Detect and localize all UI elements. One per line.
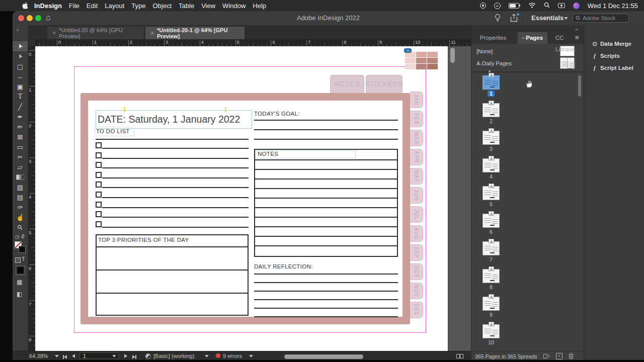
rectangle-frame-tool[interactable]: ⊠ xyxy=(13,132,28,142)
menu-edit[interactable]: Edit xyxy=(87,2,98,10)
menu-view[interactable]: View xyxy=(201,2,215,10)
battery-icon[interactable] xyxy=(509,3,520,9)
page-number-7[interactable]: 7 xyxy=(482,256,500,262)
apple-icon[interactable] xyxy=(22,2,28,11)
page-thumbnail-2[interactable]: A xyxy=(482,103,500,117)
view-options-icon[interactable]: ▦ xyxy=(17,279,22,286)
panel-tab-pages[interactable]: ◦ Pages xyxy=(518,32,547,44)
zoom-level[interactable]: 64.38% xyxy=(29,353,48,359)
page-number-3[interactable]: 3 xyxy=(482,146,500,152)
page-number-8[interactable]: 8 xyxy=(482,284,500,290)
collapse-tools-icon[interactable]: » xyxy=(16,27,19,33)
workspace-switcher[interactable]: Essentials xyxy=(531,11,564,25)
date-text-frame[interactable]: DATE: Saturday, 1 January 2022 xyxy=(96,110,252,129)
swap-fill-stroke-icon[interactable]: ⇄ xyxy=(19,233,26,240)
pen-tool[interactable]: ✒ xyxy=(13,112,28,122)
menu-bar-clock[interactable]: Wed 1 Dec 21:55 xyxy=(588,2,638,10)
wifi-icon[interactable] xyxy=(528,2,536,10)
document-tab[interactable]: ×*Untitled-20-1 @ 64% [GPU Preview] xyxy=(145,27,245,39)
zoom-chevron-icon[interactable] xyxy=(55,355,59,357)
pencil-tool[interactable]: ✏ xyxy=(13,122,28,132)
spotlight-icon[interactable] xyxy=(544,2,550,10)
direct-selection-tool[interactable]: ➤ xyxy=(13,51,28,61)
dock-item-script-label[interactable]: ƒScript Label xyxy=(584,62,644,73)
page-thumbnail-7[interactable]: A xyxy=(482,241,500,255)
hand-tool[interactable]: ☝ xyxy=(13,212,28,222)
last-page-button[interactable] xyxy=(132,354,136,360)
page-number-9[interactable]: 9 xyxy=(482,312,500,318)
preflight-chevron-icon[interactable] xyxy=(205,355,209,357)
document-tab[interactable]: ×*Untitled-20 @ 64% [GPU Preview] xyxy=(47,27,144,39)
screen-record-icon[interactable] xyxy=(480,3,486,9)
panel-tab-cc-librarie[interactable]: CC Librarie xyxy=(551,32,584,44)
formatting-affects-container-icon[interactable] xyxy=(15,257,21,263)
page-number-4[interactable]: 4 xyxy=(482,173,500,179)
edit-page-size-icon[interactable] xyxy=(543,353,550,360)
preflight-profile[interactable]: [Basic] (working) xyxy=(153,353,194,359)
page-number-10[interactable]: 10 xyxy=(482,339,500,345)
page-thumbnail-3[interactable]: A xyxy=(482,131,500,145)
creative-cloud-icon[interactable]: ∞ xyxy=(494,3,501,9)
ruler-origin[interactable] xyxy=(28,39,36,47)
share-icon[interactable] xyxy=(510,14,518,24)
menu-indesign[interactable]: InDesign xyxy=(34,2,62,10)
page-tool[interactable]: ▢ xyxy=(13,61,28,71)
stroke-proxy[interactable] xyxy=(19,246,26,253)
page-thumbnail-8[interactable]: A xyxy=(482,269,500,283)
first-page-button[interactable] xyxy=(63,354,67,360)
horizontal-ruler[interactable]: 01234567891011 xyxy=(28,39,471,47)
zoom-tool[interactable]: ⚲ xyxy=(13,222,28,232)
dock-item-data-merge[interactable]: ⚙Data Merge xyxy=(584,38,644,49)
free-transform-tool[interactable]: ▱ xyxy=(13,162,28,172)
page-thumbnail-5[interactable]: A xyxy=(482,186,500,200)
menu-type[interactable]: Type xyxy=(131,2,145,10)
dock-grip[interactable]: ····· xyxy=(607,31,620,36)
panel-tab-properties[interactable]: Properties xyxy=(475,32,511,44)
gradient-swatch-tool[interactable] xyxy=(13,172,28,182)
menu-help[interactable]: Help xyxy=(253,2,266,10)
preflight-icon[interactable] xyxy=(145,353,151,359)
gap-tool[interactable]: ↔ xyxy=(13,71,28,81)
menu-object[interactable]: Object xyxy=(153,2,172,10)
selection-tool[interactable]: ➤ xyxy=(13,41,28,51)
page-number-2[interactable]: 2 xyxy=(482,118,500,124)
scissors-tool[interactable]: ✂ xyxy=(13,152,28,162)
screen-mode-icon[interactable]: ◧ xyxy=(17,291,22,298)
page-thumbnail-10[interactable]: A xyxy=(482,324,500,338)
errors-chevron-icon[interactable] xyxy=(249,355,253,357)
next-page-button[interactable] xyxy=(124,354,127,358)
spread-view-icon[interactable] xyxy=(456,353,464,360)
learn-icon[interactable] xyxy=(494,14,501,24)
menu-table[interactable]: Table xyxy=(179,2,194,10)
formatting-affects-text-icon[interactable]: T xyxy=(22,256,25,262)
eyedropper-tool[interactable]: ✑ xyxy=(13,202,28,212)
error-count[interactable]: 9 errors xyxy=(223,353,242,359)
gradient-feather-tool[interactable]: ▨ xyxy=(13,182,28,192)
panel-scrollbar[interactable] xyxy=(578,75,581,97)
control-center-icon[interactable] xyxy=(558,3,565,8)
delete-page-icon[interactable] xyxy=(568,352,574,360)
page-thumbnail-1[interactable]: A xyxy=(482,75,500,89)
line-tool[interactable]: ╱ xyxy=(13,102,28,112)
page-thumbnail-4[interactable]: A xyxy=(482,158,500,172)
apply-color-button[interactable] xyxy=(16,265,25,275)
menu-layout[interactable]: Layout xyxy=(105,2,124,10)
type-tool[interactable]: T xyxy=(13,92,28,102)
close-tab-icon[interactable]: × xyxy=(52,30,56,37)
menu-window[interactable]: Window xyxy=(222,2,246,10)
page-number-1[interactable]: 1 xyxy=(482,90,500,97)
previous-page-button[interactable] xyxy=(72,354,75,358)
note-tool[interactable]: ▤ xyxy=(13,192,28,202)
page-thumbnail-6[interactable]: A xyxy=(482,214,500,228)
rectangle-tool[interactable]: ▭ xyxy=(13,142,28,152)
page-number-field[interactable]: 1 xyxy=(79,352,119,359)
content-collector-tool[interactable]: ▣ xyxy=(13,81,28,92)
page-number-5[interactable]: 5 xyxy=(482,201,500,207)
page-thumbnail-9[interactable]: A xyxy=(482,297,500,311)
siri-icon[interactable] xyxy=(573,3,580,9)
new-page-icon[interactable]: + xyxy=(556,353,562,359)
adobe-stock-search[interactable]: Adobe Stock xyxy=(573,14,629,23)
menu-file[interactable]: File xyxy=(69,2,79,10)
document-canvas[interactable]: ∞NOTESSTICKERSJANFEBMARAPRMAYJUNJULAUGSE… xyxy=(35,46,448,351)
vertical-scrollbar[interactable] xyxy=(450,48,455,63)
